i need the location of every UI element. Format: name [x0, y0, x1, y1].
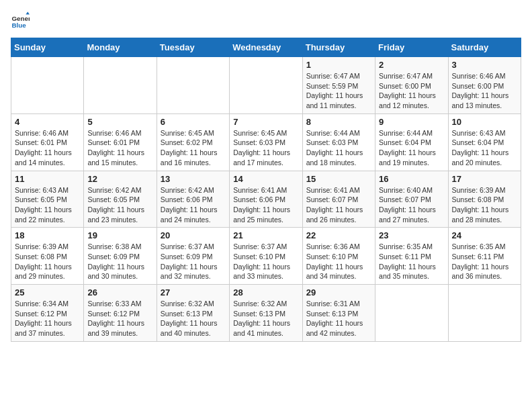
day-number: 15 [306, 174, 371, 184]
day-info: Sunrise: 6:47 AM Sunset: 6:00 PM Dayligh… [379, 71, 444, 111]
day-number: 16 [379, 174, 444, 184]
day-info: Sunrise: 6:31 AM Sunset: 6:13 PM Dayligh… [306, 299, 371, 338]
day-number: 12 [87, 174, 152, 184]
calendar-cell: 3Sunrise: 6:46 AM Sunset: 6:00 PM Daylig… [448, 57, 521, 114]
calendar-cell: 7Sunrise: 6:45 AM Sunset: 6:03 PM Daylig… [230, 113, 302, 171]
day-info: Sunrise: 6:35 AM Sunset: 6:11 PM Dayligh… [452, 242, 517, 281]
calendar-cell: 21Sunrise: 6:37 AM Sunset: 6:10 PM Dayli… [230, 228, 302, 285]
day-info: Sunrise: 6:42 AM Sunset: 6:06 PM Dayligh… [161, 185, 226, 225]
day-info: Sunrise: 6:38 AM Sunset: 6:09 PM Dayligh… [87, 242, 152, 281]
day-info: Sunrise: 6:39 AM Sunset: 6:08 PM Dayligh… [452, 185, 517, 225]
calendar-cell: 27Sunrise: 6:32 AM Sunset: 6:13 PM Dayli… [157, 285, 229, 342]
day-info: Sunrise: 6:43 AM Sunset: 6:04 PM Dayligh… [452, 128, 517, 168]
day-info: Sunrise: 6:43 AM Sunset: 6:05 PM Dayligh… [15, 185, 80, 225]
day-info: Sunrise: 6:45 AM Sunset: 6:02 PM Dayligh… [161, 128, 226, 168]
calendar-cell [11, 57, 84, 114]
day-info: Sunrise: 6:46 AM Sunset: 6:00 PM Dayligh… [452, 71, 517, 111]
day-info: Sunrise: 6:37 AM Sunset: 6:09 PM Dayligh… [161, 242, 226, 281]
day-number: 27 [161, 287, 226, 298]
day-info: Sunrise: 6:32 AM Sunset: 6:13 PM Dayligh… [233, 299, 298, 338]
day-info: Sunrise: 6:35 AM Sunset: 6:11 PM Dayligh… [379, 242, 444, 281]
day-number: 8 [306, 117, 371, 127]
day-info: Sunrise: 6:44 AM Sunset: 6:04 PM Dayligh… [379, 128, 444, 168]
page-header: General Blue [11, 11, 521, 30]
day-number: 25 [15, 287, 80, 298]
day-info: Sunrise: 6:37 AM Sunset: 6:10 PM Dayligh… [233, 242, 298, 281]
weekday-header-tuesday: Tuesday [157, 38, 229, 57]
weekday-header-sunday: Sunday [11, 38, 84, 57]
calendar-cell: 25Sunrise: 6:34 AM Sunset: 6:12 PM Dayli… [11, 285, 84, 342]
calendar-table: SundayMondayTuesdayWednesdayThursdayFrid… [11, 38, 521, 342]
calendar-cell: 8Sunrise: 6:44 AM Sunset: 6:03 PM Daylig… [302, 113, 375, 171]
day-number: 22 [306, 230, 371, 240]
day-info: Sunrise: 6:47 AM Sunset: 5:59 PM Dayligh… [306, 71, 371, 111]
calendar-cell [230, 57, 302, 114]
weekday-header-saturday: Saturday [448, 38, 521, 57]
weekday-header-wednesday: Wednesday [230, 38, 302, 57]
calendar-cell: 1Sunrise: 6:47 AM Sunset: 5:59 PM Daylig… [302, 57, 375, 114]
calendar-cell: 29Sunrise: 6:31 AM Sunset: 6:13 PM Dayli… [302, 285, 375, 342]
day-info: Sunrise: 6:33 AM Sunset: 6:12 PM Dayligh… [87, 299, 152, 338]
day-info: Sunrise: 6:39 AM Sunset: 6:08 PM Dayligh… [15, 242, 80, 281]
calendar-cell: 28Sunrise: 6:32 AM Sunset: 6:13 PM Dayli… [230, 285, 302, 342]
day-info: Sunrise: 6:40 AM Sunset: 6:07 PM Dayligh… [379, 185, 444, 225]
calendar-cell: 4Sunrise: 6:46 AM Sunset: 6:01 PM Daylig… [11, 113, 84, 171]
calendar-cell: 26Sunrise: 6:33 AM Sunset: 6:12 PM Dayli… [84, 285, 157, 342]
day-number: 19 [87, 230, 152, 240]
calendar-cell: 20Sunrise: 6:37 AM Sunset: 6:09 PM Dayli… [157, 228, 229, 285]
day-info: Sunrise: 6:41 AM Sunset: 6:06 PM Dayligh… [233, 185, 298, 225]
day-number: 20 [161, 230, 226, 240]
day-number: 14 [233, 174, 298, 184]
day-info: Sunrise: 6:46 AM Sunset: 6:01 PM Dayligh… [15, 128, 80, 168]
calendar-cell: 14Sunrise: 6:41 AM Sunset: 6:06 PM Dayli… [230, 171, 302, 228]
weekday-header-friday: Friday [375, 38, 448, 57]
day-number: 26 [87, 287, 152, 298]
day-number: 13 [161, 174, 226, 184]
day-info: Sunrise: 6:42 AM Sunset: 6:05 PM Dayligh… [87, 185, 152, 225]
calendar-cell [84, 57, 157, 114]
calendar-cell: 17Sunrise: 6:39 AM Sunset: 6:08 PM Dayli… [448, 171, 521, 228]
calendar-cell: 11Sunrise: 6:43 AM Sunset: 6:05 PM Dayli… [11, 171, 84, 228]
day-number: 9 [379, 117, 444, 127]
day-number: 17 [452, 174, 517, 184]
weekday-header-monday: Monday [84, 38, 157, 57]
day-number: 10 [452, 117, 517, 127]
calendar-cell: 22Sunrise: 6:36 AM Sunset: 6:10 PM Dayli… [302, 228, 375, 285]
day-info: Sunrise: 6:44 AM Sunset: 6:03 PM Dayligh… [306, 128, 371, 168]
calendar-cell: 15Sunrise: 6:41 AM Sunset: 6:07 PM Dayli… [302, 171, 375, 228]
day-number: 1 [306, 60, 371, 70]
day-info: Sunrise: 6:34 AM Sunset: 6:12 PM Dayligh… [15, 299, 80, 338]
calendar-cell: 24Sunrise: 6:35 AM Sunset: 6:11 PM Dayli… [448, 228, 521, 285]
calendar-cell: 6Sunrise: 6:45 AM Sunset: 6:02 PM Daylig… [157, 113, 229, 171]
calendar-cell: 2Sunrise: 6:47 AM Sunset: 6:00 PM Daylig… [375, 57, 448, 114]
weekday-header-thursday: Thursday [302, 38, 375, 57]
calendar-cell: 12Sunrise: 6:42 AM Sunset: 6:05 PM Dayli… [84, 171, 157, 228]
day-number: 24 [452, 230, 517, 240]
svg-marker-2 [26, 11, 30, 14]
day-number: 29 [306, 287, 371, 298]
day-number: 6 [161, 117, 226, 127]
calendar-cell: 10Sunrise: 6:43 AM Sunset: 6:04 PM Dayli… [448, 113, 521, 171]
calendar-cell: 5Sunrise: 6:46 AM Sunset: 6:01 PM Daylig… [84, 113, 157, 171]
day-number: 3 [452, 60, 517, 70]
day-info: Sunrise: 6:32 AM Sunset: 6:13 PM Dayligh… [161, 299, 226, 338]
day-number: 4 [15, 117, 80, 127]
day-number: 11 [15, 174, 80, 184]
svg-text:Blue: Blue [11, 21, 26, 29]
logo-icon: General Blue [11, 11, 30, 30]
day-number: 2 [379, 60, 444, 70]
day-number: 21 [233, 230, 298, 240]
calendar-cell: 19Sunrise: 6:38 AM Sunset: 6:09 PM Dayli… [84, 228, 157, 285]
calendar-cell [448, 285, 521, 342]
calendar-cell: 16Sunrise: 6:40 AM Sunset: 6:07 PM Dayli… [375, 171, 448, 228]
logo: General Blue [11, 11, 32, 30]
day-info: Sunrise: 6:45 AM Sunset: 6:03 PM Dayligh… [233, 128, 298, 168]
day-number: 28 [233, 287, 298, 298]
calendar-cell: 13Sunrise: 6:42 AM Sunset: 6:06 PM Dayli… [157, 171, 229, 228]
calendar-cell: 9Sunrise: 6:44 AM Sunset: 6:04 PM Daylig… [375, 113, 448, 171]
calendar-cell: 23Sunrise: 6:35 AM Sunset: 6:11 PM Dayli… [375, 228, 448, 285]
day-number: 7 [233, 117, 298, 127]
day-info: Sunrise: 6:36 AM Sunset: 6:10 PM Dayligh… [306, 242, 371, 281]
day-number: 23 [379, 230, 444, 240]
calendar-cell [157, 57, 229, 114]
